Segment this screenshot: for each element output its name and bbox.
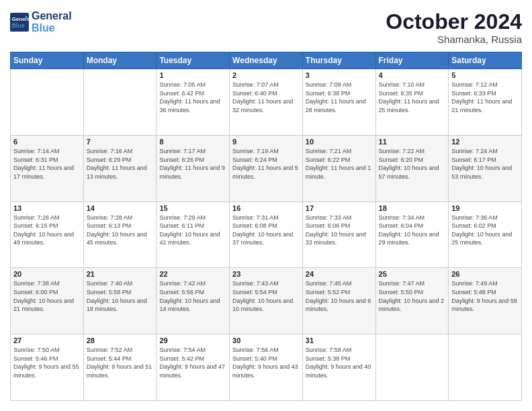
calendar-cell: 27Sunrise: 7:50 AM Sunset: 5:46 PM Dayli… xyxy=(11,334,84,401)
calendar-cell: 1Sunrise: 7:05 AM Sunset: 6:42 PM Daylig… xyxy=(157,69,230,136)
day-info: Sunrise: 7:21 AM Sunset: 6:22 PM Dayligh… xyxy=(306,147,373,181)
day-info: Sunrise: 7:28 AM Sunset: 6:13 PM Dayligh… xyxy=(87,214,154,247)
calendar-cell: 18Sunrise: 7:34 AM Sunset: 6:04 PM Dayli… xyxy=(375,201,449,268)
day-number: 30 xyxy=(232,336,300,345)
calendar-cell: 9Sunrise: 7:19 AM Sunset: 6:24 PM Daylig… xyxy=(230,135,303,201)
day-number: 4 xyxy=(379,71,446,79)
day-number: 3 xyxy=(306,71,373,79)
header: General Blue General Blue October 2024 S… xyxy=(10,10,522,45)
calendar-cell: 17Sunrise: 7:33 AM Sunset: 6:06 PM Dayli… xyxy=(302,201,375,268)
day-number: 31 xyxy=(306,336,373,345)
month-title: October 2024 xyxy=(386,10,522,34)
calendar-cell: 5Sunrise: 7:12 AM Sunset: 6:33 PM Daylig… xyxy=(449,69,522,136)
day-info: Sunrise: 7:26 AM Sunset: 6:15 PM Dayligh… xyxy=(13,214,81,247)
calendar-week-row: 20Sunrise: 7:38 AM Sunset: 6:00 PM Dayli… xyxy=(11,268,522,334)
day-number: 23 xyxy=(232,270,300,278)
day-number: 12 xyxy=(451,138,519,146)
day-number: 13 xyxy=(13,204,81,212)
day-info: Sunrise: 7:47 AM Sunset: 5:50 PM Dayligh… xyxy=(379,279,446,313)
day-info: Sunrise: 7:34 AM Sunset: 6:04 PM Dayligh… xyxy=(379,214,446,247)
day-number: 19 xyxy=(451,204,519,212)
day-number: 5 xyxy=(451,71,519,79)
day-info: Sunrise: 7:07 AM Sunset: 6:40 PM Dayligh… xyxy=(232,81,300,114)
calendar-cell: 21Sunrise: 7:40 AM Sunset: 5:58 PM Dayli… xyxy=(83,268,157,334)
calendar-cell: 14Sunrise: 7:28 AM Sunset: 6:13 PM Dayli… xyxy=(83,201,157,268)
calendar-cell: 7Sunrise: 7:16 AM Sunset: 6:29 PM Daylig… xyxy=(83,135,157,201)
day-info: Sunrise: 7:54 AM Sunset: 5:42 PM Dayligh… xyxy=(159,346,226,379)
day-number: 18 xyxy=(379,204,446,212)
day-info: Sunrise: 7:19 AM Sunset: 6:24 PM Dayligh… xyxy=(232,147,300,181)
location: Shamanka, Russia xyxy=(386,34,522,45)
calendar-week-row: 1Sunrise: 7:05 AM Sunset: 6:42 PM Daylig… xyxy=(11,69,522,136)
calendar-week-row: 27Sunrise: 7:50 AM Sunset: 5:46 PM Dayli… xyxy=(11,334,522,401)
weekday-header: Tuesday xyxy=(157,52,230,69)
day-info: Sunrise: 7:09 AM Sunset: 6:38 PM Dayligh… xyxy=(306,81,373,114)
calendar-cell: 12Sunrise: 7:24 AM Sunset: 6:17 PM Dayli… xyxy=(449,135,522,201)
day-number: 14 xyxy=(87,204,154,212)
day-number: 15 xyxy=(159,204,226,212)
calendar-cell: 31Sunrise: 7:58 AM Sunset: 5:38 PM Dayli… xyxy=(302,334,375,401)
calendar-cell: 3Sunrise: 7:09 AM Sunset: 6:38 PM Daylig… xyxy=(302,69,375,136)
logo-text: General Blue xyxy=(32,10,72,34)
weekday-header: Wednesday xyxy=(230,52,303,69)
day-number: 24 xyxy=(306,270,373,278)
day-info: Sunrise: 7:24 AM Sunset: 6:17 PM Dayligh… xyxy=(451,147,519,181)
day-number: 10 xyxy=(306,138,373,146)
calendar-cell: 19Sunrise: 7:36 AM Sunset: 6:02 PM Dayli… xyxy=(449,201,522,268)
day-info: Sunrise: 7:52 AM Sunset: 5:44 PM Dayligh… xyxy=(87,346,154,379)
calendar-cell: 24Sunrise: 7:45 AM Sunset: 5:52 PM Dayli… xyxy=(302,268,375,334)
calendar-cell: 15Sunrise: 7:29 AM Sunset: 6:11 PM Dayli… xyxy=(157,201,230,268)
day-info: Sunrise: 7:10 AM Sunset: 6:35 PM Dayligh… xyxy=(379,81,446,114)
day-number: 28 xyxy=(87,336,154,345)
weekday-header: Monday xyxy=(83,52,157,69)
calendar-cell: 25Sunrise: 7:47 AM Sunset: 5:50 PM Dayli… xyxy=(375,268,449,334)
calendar-cell: 4Sunrise: 7:10 AM Sunset: 6:35 PM Daylig… xyxy=(375,69,449,136)
day-info: Sunrise: 7:43 AM Sunset: 5:54 PM Dayligh… xyxy=(232,279,300,313)
day-info: Sunrise: 7:56 AM Sunset: 5:40 PM Dayligh… xyxy=(232,346,300,379)
svg-text:Blue: Blue xyxy=(12,21,25,28)
calendar-cell: 13Sunrise: 7:26 AM Sunset: 6:15 PM Dayli… xyxy=(11,201,84,268)
day-number: 26 xyxy=(451,270,519,278)
day-info: Sunrise: 7:17 AM Sunset: 6:26 PM Dayligh… xyxy=(159,147,226,181)
weekday-header: Friday xyxy=(375,52,449,69)
day-info: Sunrise: 7:14 AM Sunset: 6:31 PM Dayligh… xyxy=(13,147,81,181)
day-number: 7 xyxy=(87,138,154,146)
calendar-cell xyxy=(83,69,157,136)
day-number: 16 xyxy=(232,204,300,212)
day-number: 22 xyxy=(159,270,226,278)
day-info: Sunrise: 7:45 AM Sunset: 5:52 PM Dayligh… xyxy=(306,279,373,313)
calendar-cell: 8Sunrise: 7:17 AM Sunset: 6:26 PM Daylig… xyxy=(157,135,230,201)
day-info: Sunrise: 7:33 AM Sunset: 6:06 PM Dayligh… xyxy=(306,214,373,247)
calendar-cell: 20Sunrise: 7:38 AM Sunset: 6:00 PM Dayli… xyxy=(11,268,84,334)
day-info: Sunrise: 7:58 AM Sunset: 5:38 PM Dayligh… xyxy=(306,346,373,379)
day-info: Sunrise: 7:29 AM Sunset: 6:11 PM Dayligh… xyxy=(159,214,226,247)
logo: General Blue General Blue xyxy=(10,10,72,34)
day-number: 21 xyxy=(87,270,154,278)
calendar-cell: 6Sunrise: 7:14 AM Sunset: 6:31 PM Daylig… xyxy=(11,135,84,201)
page: General Blue General Blue October 2024 S… xyxy=(0,0,532,411)
day-number: 6 xyxy=(13,138,81,146)
day-info: Sunrise: 7:50 AM Sunset: 5:46 PM Dayligh… xyxy=(13,346,81,379)
calendar-cell xyxy=(449,334,522,401)
calendar-cell: 29Sunrise: 7:54 AM Sunset: 5:42 PM Dayli… xyxy=(157,334,230,401)
calendar-cell: 11Sunrise: 7:22 AM Sunset: 6:20 PM Dayli… xyxy=(375,135,449,201)
calendar-cell: 16Sunrise: 7:31 AM Sunset: 6:08 PM Dayli… xyxy=(230,201,303,268)
day-info: Sunrise: 7:49 AM Sunset: 5:48 PM Dayligh… xyxy=(451,279,519,313)
day-number: 1 xyxy=(159,71,226,79)
calendar-cell xyxy=(11,69,84,136)
calendar-cell: 22Sunrise: 7:42 AM Sunset: 5:56 PM Dayli… xyxy=(157,268,230,334)
weekday-header: Thursday xyxy=(302,52,375,69)
day-info: Sunrise: 7:36 AM Sunset: 6:02 PM Dayligh… xyxy=(451,214,519,247)
weekday-header-row: SundayMondayTuesdayWednesdayThursdayFrid… xyxy=(11,52,522,69)
day-number: 25 xyxy=(379,270,446,278)
day-number: 20 xyxy=(13,270,81,278)
day-number: 27 xyxy=(13,336,81,345)
day-info: Sunrise: 7:16 AM Sunset: 6:29 PM Dayligh… xyxy=(87,147,154,181)
calendar-cell: 23Sunrise: 7:43 AM Sunset: 5:54 PM Dayli… xyxy=(230,268,303,334)
day-number: 8 xyxy=(159,138,226,146)
calendar-cell: 2Sunrise: 7:07 AM Sunset: 6:40 PM Daylig… xyxy=(230,69,303,136)
calendar-cell: 30Sunrise: 7:56 AM Sunset: 5:40 PM Dayli… xyxy=(230,334,303,401)
day-number: 2 xyxy=(232,71,300,79)
calendar-week-row: 6Sunrise: 7:14 AM Sunset: 6:31 PM Daylig… xyxy=(11,135,522,201)
weekday-header: Sunday xyxy=(11,52,84,69)
